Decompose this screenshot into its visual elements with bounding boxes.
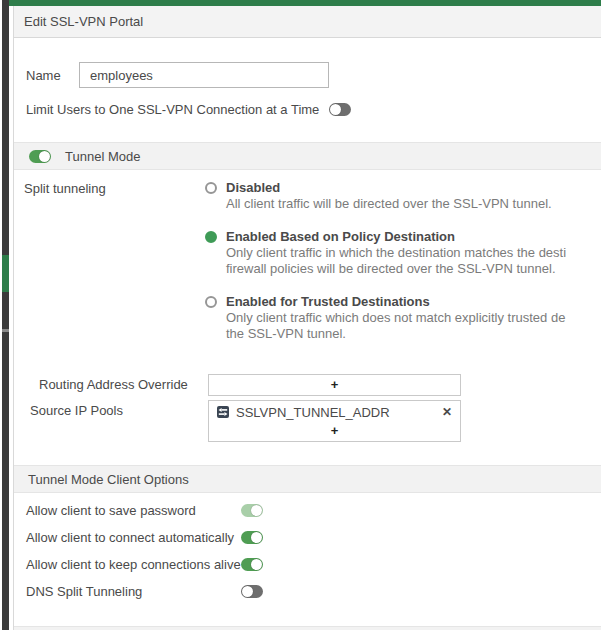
split-tunneling-label: Split tunneling	[24, 179, 205, 196]
radio-label: Enabled Based on Policy Destination	[226, 228, 566, 245]
routing-address-override-row: Routing Address Override +	[39, 374, 601, 396]
radio-label: Disabled	[226, 179, 552, 196]
limit-users-toggle[interactable]	[329, 103, 351, 116]
connect-automatically-label: Allow client to connect automatically	[26, 530, 241, 545]
name-label: Name	[26, 68, 67, 83]
radio-option-enabled-policy-destination[interactable]: Enabled Based on Policy Destination Only…	[205, 228, 566, 277]
connect-automatically-row: Allow client to connect automatically	[26, 527, 601, 547]
radio-label: Enabled for Trusted Destinations	[226, 293, 565, 310]
toggle-knob	[39, 151, 50, 162]
keep-connections-alive-toggle[interactable]	[241, 558, 263, 571]
toggle-knob	[251, 505, 262, 516]
collapsed-sidebar[interactable]	[2, 0, 9, 630]
client-options-section-title: Tunnel Mode Client Options	[28, 472, 189, 487]
page-title: Edit SSL-VPN Portal	[14, 6, 601, 38]
limit-users-label: Limit Users to One SSL-VPN Connection at…	[26, 102, 319, 117]
routing-add-button[interactable]: +	[209, 375, 460, 395]
dns-split-tunneling-label: DNS Split Tunneling	[26, 584, 241, 599]
radio-button[interactable]	[205, 182, 217, 194]
split-tunneling-row: Split tunneling Disabled All client traf…	[24, 179, 601, 358]
remove-pool-icon[interactable]: ✕	[442, 405, 452, 419]
sidebar-divider	[2, 329, 9, 332]
sidebar-active-item-sliver[interactable]	[2, 255, 9, 292]
dns-split-tunneling-toggle[interactable]	[241, 585, 263, 598]
pools-add-button[interactable]: +	[209, 421, 460, 441]
tunnel-mode-toggle[interactable]	[29, 150, 51, 163]
radio-button-selected[interactable]	[205, 231, 217, 243]
toggle-knob	[330, 104, 341, 115]
toggle-knob	[242, 586, 253, 597]
routing-address-override-label: Routing Address Override	[39, 374, 208, 392]
keep-connections-alive-label: Allow client to keep connections alive	[26, 557, 241, 572]
dns-split-tunneling-row: DNS Split Tunneling	[26, 581, 601, 601]
toggle-knob	[251, 559, 262, 570]
name-input[interactable]	[79, 62, 329, 88]
pool-entry-name: SSLVPN_TUNNEL_ADDR	[236, 405, 435, 420]
save-password-toggle	[241, 504, 263, 517]
source-ip-pools-box: SSLVPN_TUNNEL_ADDR ✕ +	[208, 400, 461, 442]
save-password-label: Allow client to save password	[26, 503, 241, 518]
routing-address-override-box: +	[208, 374, 461, 396]
host-check-section-header: Host Check	[14, 626, 601, 630]
name-field-row: Name	[26, 62, 601, 88]
split-tunneling-radio-group: Disabled All client traffic will be dire…	[205, 179, 566, 358]
connect-automatically-toggle[interactable]	[241, 531, 263, 544]
tunnel-mode-section-title: Tunnel Mode	[65, 149, 140, 164]
radio-option-disabled[interactable]: Disabled All client traffic will be dire…	[205, 179, 566, 212]
radio-description: All client traffic will be directed over…	[226, 196, 552, 212]
keep-connections-alive-row: Allow client to keep connections alive	[26, 554, 601, 574]
radio-description: the SSL-VPN tunnel.	[226, 326, 565, 342]
ip-range-icon	[217, 406, 229, 418]
save-password-row: Allow client to save password	[26, 500, 601, 520]
radio-description: Only client traffic in which the destina…	[226, 245, 566, 261]
limit-users-row: Limit Users to One SSL-VPN Connection at…	[26, 102, 601, 117]
radio-button[interactable]	[205, 296, 217, 308]
radio-description: firewall policies will be directed over …	[226, 261, 566, 277]
tunnel-mode-client-options-header: Tunnel Mode Client Options	[14, 465, 601, 493]
toggle-knob	[251, 532, 262, 543]
radio-description: Only client traffic which does not match…	[226, 310, 565, 326]
tunnel-mode-section-header: Tunnel Mode	[14, 142, 601, 170]
radio-option-enabled-trusted-destinations[interactable]: Enabled for Trusted Destinations Only cl…	[205, 293, 566, 342]
source-ip-pools-row: Source IP Pools SSLVPN_TUNNEL_ADDR ✕ +	[30, 400, 601, 442]
pool-entry: SSLVPN_TUNNEL_ADDR ✕	[209, 401, 460, 421]
source-ip-pools-label: Source IP Pools	[30, 400, 208, 418]
edit-sslvpn-portal-panel: Edit SSL-VPN Portal Name Limit Users to …	[13, 6, 601, 630]
